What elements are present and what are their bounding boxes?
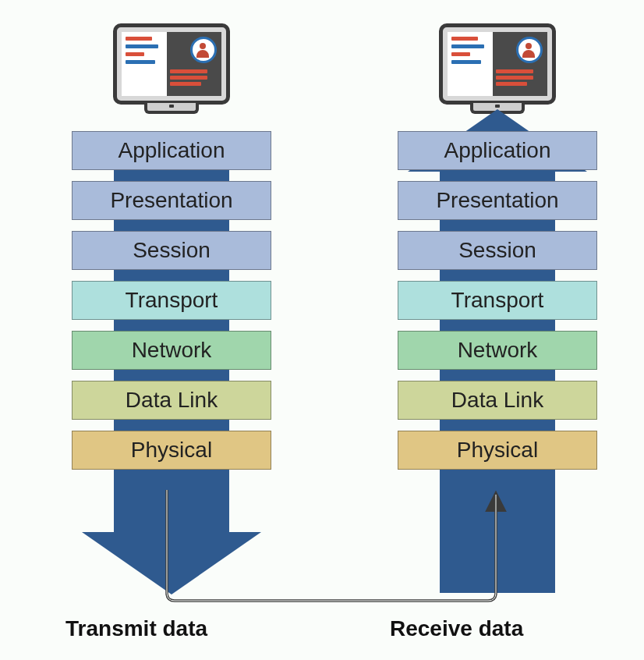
receive-layer-presentation: Presentation — [398, 181, 597, 220]
transmit-column: ApplicationPresentationSessionTransportN… — [47, 0, 296, 481]
transmit-layer-session: Session — [72, 231, 271, 270]
receive-layer-session: Session — [398, 231, 597, 270]
transmit-layer-presentation: Presentation — [72, 181, 271, 220]
receive-layer-application: Application — [398, 131, 597, 170]
receive-layer-data-link: Data Link — [398, 381, 597, 420]
receive-layer-physical: Physical — [398, 431, 597, 470]
transmit-layer-data-link: Data Link — [72, 381, 271, 420]
transmit-layer-application: Application — [72, 131, 271, 170]
transmit-layer-transport: Transport — [72, 281, 271, 320]
transmit-layer-network: Network — [72, 331, 271, 370]
receive-caption: Receive data — [390, 616, 523, 641]
transmit-caption: Transmit data — [65, 616, 207, 641]
transmit-layers: ApplicationPresentationSessionTransportN… — [72, 131, 271, 470]
receive-layer-transport: Transport — [398, 281, 597, 320]
receive-layer-network: Network — [398, 331, 597, 370]
computer-icon — [439, 23, 556, 114]
transmit-layer-physical: Physical — [72, 431, 271, 470]
computer-icon — [113, 23, 230, 114]
receive-column: ApplicationPresentationSessionTransportN… — [373, 0, 622, 481]
receive-layers: ApplicationPresentationSessionTransportN… — [398, 131, 597, 470]
